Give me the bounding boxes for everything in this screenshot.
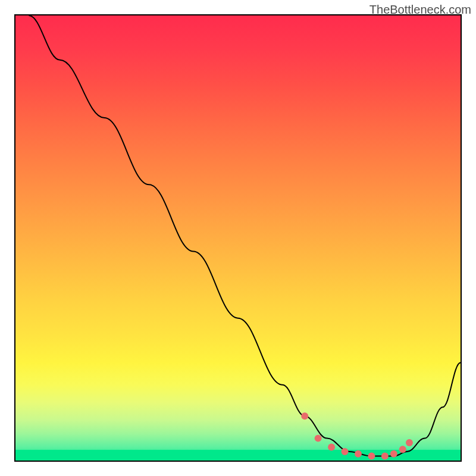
svg-point-1 bbox=[315, 435, 322, 442]
bottleneck-curve bbox=[15, 15, 461, 461]
svg-point-4 bbox=[355, 450, 362, 458]
svg-point-9 bbox=[406, 439, 413, 446]
chart-container: TheBottleneck.com bbox=[0, 0, 476, 476]
svg-point-8 bbox=[399, 446, 406, 453]
plot-area bbox=[14, 14, 462, 462]
optimal-range-markers bbox=[301, 412, 413, 459]
svg-point-7 bbox=[390, 450, 397, 458]
svg-point-0 bbox=[301, 412, 308, 419]
svg-point-5 bbox=[368, 453, 375, 460]
svg-point-3 bbox=[342, 448, 349, 455]
svg-point-6 bbox=[381, 453, 389, 460]
svg-point-2 bbox=[328, 444, 335, 451]
